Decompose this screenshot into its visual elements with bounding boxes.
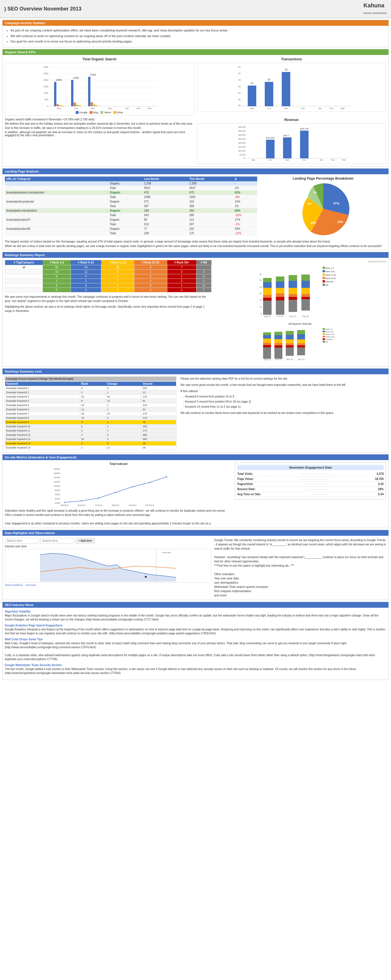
svg-rect-121 — [302, 294, 310, 297]
svg-text:Sep-13: Sep-13 — [264, 315, 271, 318]
svg-text:Mar: Mar — [148, 107, 152, 110]
headlines-toggle[interactable]: News headlines — [5, 584, 23, 587]
search-input-2[interactable] — [40, 538, 74, 543]
r4-cell: 0 — [134, 283, 167, 288]
r2-cell: 1 — [70, 278, 101, 283]
col-r2: # Rank 4-10 — [70, 260, 101, 265]
delta-cell: 17% — [233, 217, 257, 222]
svg-rect-44 — [247, 86, 256, 106]
nr-cell: 2 — [196, 269, 212, 274]
campaign-activity-content: As part of our ongoing content optimizat… — [3, 26, 388, 47]
svg-rect-161 — [286, 344, 294, 345]
add-term-button[interactable]: + Add term — [76, 538, 95, 543]
news-text-1: Major fluctuations in Google search resu… — [5, 614, 386, 622]
forecast-toggle[interactable]: Forecast — [26, 584, 36, 587]
data-highlights-content: + Add term Interest over time Forecast — [3, 536, 388, 600]
svg-rect-87 — [323, 270, 325, 272]
svg-rect-20 — [74, 103, 76, 106]
url-cell — [5, 186, 108, 190]
page-title: ) SEO Overview November 2013 — [4, 6, 81, 12]
engagement-value: 5.55 — [378, 482, 384, 485]
svg-rect-114 — [289, 294, 297, 297]
table-row: Example Keyword 8152210 — [5, 416, 176, 420]
svg-rect-146 — [263, 339, 271, 343]
table-row: Example Keyword 1230880 — [5, 433, 176, 437]
logo-sub: DIGITAL MARKETING — [364, 12, 387, 14]
table-row: Example Keyword 1131170 — [5, 428, 176, 433]
search-input-1[interactable] — [5, 538, 39, 543]
landing-page-content: URL (or Category) Last Month This Month … — [3, 174, 388, 250]
organic-chart-title: Total Organic Search — [5, 57, 194, 61]
svg-text:60000: 60000 — [55, 493, 61, 496]
url-cell — [5, 181, 108, 186]
delta-cell: -9% — [233, 195, 257, 199]
svg-rect-151 — [274, 332, 282, 335]
svg-rect-116 — [289, 300, 297, 312]
onsite-metrics-section: On-site Metrics (Indexation & User Engag… — [2, 454, 389, 528]
svg-text:140000: 140000 — [54, 477, 60, 479]
type-cell: Total — [108, 213, 143, 217]
table-row: 6 0 3 2 1 0 — [5, 274, 212, 278]
svg-rect-95 — [323, 283, 325, 286]
svg-text:10/7/2013: 10/7/2013 — [145, 504, 154, 506]
svg-rect-19 — [71, 80, 73, 106]
data-right-text: Google Trends: We constantly monitoring … — [214, 538, 386, 598]
r2-cell: 16 — [70, 265, 101, 269]
svg-text:Feb: Feb — [136, 107, 140, 110]
svg-text:Sep: Sep — [250, 107, 254, 110]
last-cell: 198 — [143, 208, 188, 213]
delta-cell: -1% — [233, 222, 257, 226]
legend-yahoo: Yahoo — [101, 111, 111, 114]
svg-rect-149 — [263, 347, 271, 359]
svg-rect-24 — [88, 77, 91, 106]
svg-text:Sep: Sep — [57, 107, 61, 110]
svg-rect-154 — [274, 343, 282, 345]
news-title-1: Algorithm Volatility — [5, 610, 386, 613]
revenue-chart-section: Revenue $40,000 $35,000 $30,000 $25,000 … — [197, 118, 386, 164]
svg-text:Rank 11-20: Rank 11-20 — [326, 334, 335, 335]
tag-cell — [5, 274, 43, 278]
col-r5: # Rank 50+ — [167, 260, 196, 265]
organic-chart-area: 3000 2500 2000 1500 1000 500 0 — [5, 63, 194, 116]
r3-cell: 18 — [101, 265, 134, 269]
svg-rect-15 — [57, 104, 59, 106]
engagement-row-1: Total Visits: ------------------- 3,378 — [237, 471, 384, 477]
svg-text:180000: 180000 — [54, 468, 60, 470]
url-cell — [5, 195, 108, 199]
delta-cell: 29% — [233, 208, 257, 213]
table-row: Example Keyword 1511136 — [5, 445, 176, 450]
engagement-label: Avg Time on Site: — [237, 493, 261, 496]
nr-cell — [196, 265, 212, 269]
svg-text:6/3/2013: 6/3/2013 — [78, 504, 85, 506]
svg-text:1500: 1500 — [43, 85, 48, 88]
type-cell: Organic — [108, 226, 143, 231]
svg-rect-156 — [274, 348, 282, 359]
svg-text:$40,000: $40,000 — [238, 126, 245, 128]
svg-rect-85 — [323, 267, 325, 269]
total-organic-chart: Total Organic Search 3000 2500 2000 1500… — [5, 57, 194, 116]
delta-cell: 34% — [233, 226, 257, 231]
trend-svg: Forecast — [5, 549, 211, 583]
tag-cell: all — [5, 265, 43, 269]
campaign-activity-section: Campaign Activity Updates As part of our… — [2, 20, 389, 47]
r2-cell: 0 — [70, 283, 101, 288]
engagement-dots: --------------- — [254, 482, 378, 485]
legend-yahoo-color — [101, 111, 103, 114]
svg-rect-142 — [323, 341, 325, 342]
svg-point-182 — [81, 500, 82, 501]
r4-cell: 1 — [134, 269, 167, 274]
onsite-layout: Total Indexed 180000 160000 140000 12000… — [5, 462, 386, 525]
svg-text:100000: 100000 — [54, 485, 60, 487]
svg-text:80: 80 — [238, 72, 241, 75]
svg-text:$30,000: $30,000 — [238, 134, 245, 136]
svg-rect-144 — [263, 332, 271, 335]
svg-text:80000: 80000 — [55, 489, 61, 491]
svg-rect-17 — [62, 106, 64, 106]
news-item-4: Google Webmaster Tools Security Section … — [5, 663, 386, 675]
svg-text:Rank 1-5: Rank 1-5 — [326, 328, 333, 330]
landing-layout: URL (or Category) Last Month This Month … — [5, 177, 386, 239]
svg-text:$24,7...: $24,7... — [283, 134, 291, 137]
rankings-summary-header: Rankings Summary Report — [3, 252, 388, 258]
svg-text:Dec-13: Dec-13 — [298, 358, 305, 360]
svg-rect-163 — [286, 347, 294, 356]
